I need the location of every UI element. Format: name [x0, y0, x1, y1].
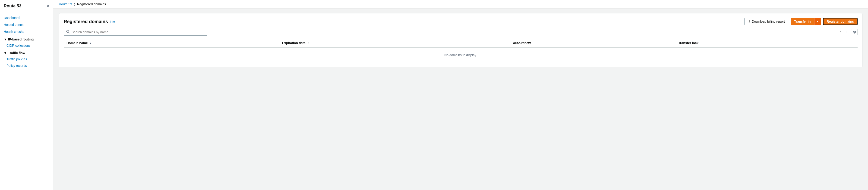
next-page-button[interactable]: ›: [844, 29, 850, 35]
search-row: ‹ 1 ›: [64, 29, 858, 36]
sort-icon-domain: ▲: [90, 42, 92, 44]
page-number: 1: [839, 30, 843, 34]
search-input[interactable]: [71, 30, 205, 34]
sidebar-item-hosted-zones[interactable]: Hosted zones: [0, 21, 53, 28]
scroll-track: [52, 0, 52, 190]
download-icon: ⬇: [748, 20, 750, 23]
card-actions: ⬇ Download billing report Transfer in ▾ …: [744, 18, 858, 25]
prev-page-button[interactable]: ‹: [832, 29, 838, 35]
card-title-group: Registered domains Info: [64, 19, 115, 24]
sort-icon-expiration: ▼: [307, 42, 309, 44]
content-area: Registered domains Info ⬇ Download billi…: [53, 8, 868, 190]
sidebar-section-ip-routing[interactable]: ▼ IP-based routing: [0, 35, 53, 42]
main-content: Route 53 ❯ Registered domains Registered…: [53, 0, 868, 190]
transfer-arrow-icon: ▾: [817, 20, 818, 23]
info-link[interactable]: Info: [110, 20, 115, 23]
column-header-expiration-date[interactable]: Expiration date ▼: [279, 39, 510, 47]
sidebar-item-dashboard[interactable]: Dashboard: [0, 14, 53, 21]
column-header-auto-renew: Auto-renew: [510, 39, 676, 47]
column-header-transfer-lock: Transfer lock: [676, 39, 858, 47]
pagination: ‹ 1 ›: [832, 29, 858, 35]
column-header-domain-name[interactable]: Domain name ▲: [64, 39, 279, 47]
scroll-thumb: [52, 0, 52, 10]
sidebar-scrollbar[interactable]: [51, 0, 53, 190]
sidebar-section-traffic-flow[interactable]: ▼ Traffic flow: [0, 49, 53, 56]
sidebar-header: Route 53 ✕: [0, 0, 53, 12]
breadcrumb-current: Registered domains: [77, 2, 106, 6]
breadcrumb: Route 53 ❯ Registered domains: [53, 0, 868, 8]
sidebar-close-button[interactable]: ✕: [46, 4, 49, 8]
transfer-in-button-group: Transfer in ▾: [790, 18, 821, 25]
search-icon: [66, 30, 70, 34]
sidebar: Route 53 ✕ Dashboard Hosted zones Health…: [0, 0, 53, 190]
table-settings-button[interactable]: [851, 29, 858, 35]
table-body: No domains to display.: [64, 47, 858, 63]
transfer-in-button[interactable]: Transfer in: [790, 18, 814, 25]
empty-state-row: No domains to display.: [64, 47, 858, 63]
register-domains-button[interactable]: Register domains: [823, 18, 858, 25]
sidebar-nav: Dashboard Hosted zones Health checks ▼ I…: [0, 12, 53, 71]
sidebar-item-health-checks[interactable]: Health checks: [0, 28, 53, 35]
transfer-in-dropdown-button[interactable]: ▾: [814, 18, 821, 25]
sidebar-item-cidr-collections[interactable]: CIDR collections: [0, 42, 53, 49]
chevron-down-icon: ▼: [4, 37, 7, 41]
chevron-down-icon-traffic: ▼: [4, 51, 7, 55]
page-title: Registered domains: [64, 19, 108, 24]
domains-table: Domain name ▲ Expiration date ▼ Auto-ren…: [64, 39, 858, 63]
card-header: Registered domains Info ⬇ Download billi…: [64, 18, 858, 25]
gear-icon: [853, 31, 856, 34]
registered-domains-card: Registered domains Info ⬇ Download billi…: [59, 13, 863, 67]
search-box: [64, 29, 207, 36]
sidebar-item-policy-records[interactable]: Policy records: [0, 63, 53, 69]
sidebar-title: Route 53: [4, 4, 21, 8]
download-billing-button[interactable]: ⬇ Download billing report: [744, 18, 788, 25]
breadcrumb-separator: ❯: [73, 3, 76, 6]
breadcrumb-parent-link[interactable]: Route 53: [59, 2, 72, 6]
table-header: Domain name ▲ Expiration date ▼ Auto-ren…: [64, 39, 858, 47]
svg-line-1: [68, 32, 69, 33]
empty-message: No domains to display.: [444, 53, 477, 57]
sidebar-item-traffic-policies[interactable]: Traffic policies: [0, 56, 53, 63]
